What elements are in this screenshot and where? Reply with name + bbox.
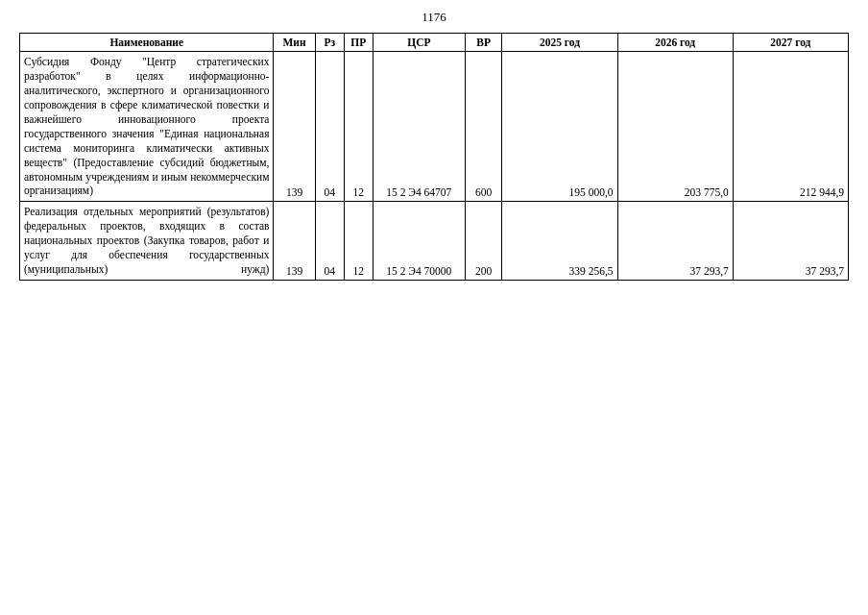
row-vr-1: 200 — [465, 202, 501, 281]
row-val2025-1: 339 256,5 — [502, 202, 617, 281]
col-header-rz: Рз — [315, 34, 344, 52]
row-val2025-0: 195 000,0 — [502, 52, 617, 202]
col-header-min: Мин — [274, 34, 315, 52]
row-val2027-1: 37 293,7 — [733, 202, 848, 281]
page-number: 1176 — [19, 10, 849, 25]
row-val2027-0: 212 944,9 — [733, 52, 848, 202]
row-pr-0: 12 — [344, 52, 373, 202]
main-table: Наименование Мин Рз ПР ЦСР ВР 2025 год 2… — [19, 33, 849, 281]
row-rz-0: 04 — [315, 52, 344, 202]
row-name-1: Реализация отдельных мероприятий (резуль… — [20, 202, 274, 281]
table-row: Реализация отдельных мероприятий (резуль… — [20, 202, 849, 281]
header-row: Наименование Мин Рз ПР ЦСР ВР 2025 год 2… — [20, 34, 849, 52]
row-csr-1: 15 2 Э4 70000 — [373, 202, 465, 281]
row-rz-1: 04 — [315, 202, 344, 281]
row-name-0: Субсидия Фонду "Центр стратегических раз… — [20, 52, 274, 202]
col-header-vr: ВР — [465, 34, 501, 52]
row-val2026-1: 37 293,7 — [617, 202, 733, 281]
col-header-2025: 2025 год — [502, 34, 617, 52]
row-pr-1: 12 — [344, 202, 373, 281]
row-csr-0: 15 2 Э4 64707 — [373, 52, 465, 202]
row-vr-0: 600 — [465, 52, 501, 202]
row-min-1: 139 — [274, 202, 315, 281]
col-header-2026: 2026 год — [617, 34, 733, 52]
table-row: Субсидия Фонду "Центр стратегических раз… — [20, 52, 849, 202]
col-header-2027: 2027 год — [733, 34, 848, 52]
row-min-0: 139 — [274, 52, 315, 202]
row-val2026-0: 203 775,0 — [617, 52, 733, 202]
col-header-csr: ЦСР — [373, 34, 465, 52]
col-header-name: Наименование — [20, 34, 274, 52]
col-header-pr: ПР — [344, 34, 373, 52]
